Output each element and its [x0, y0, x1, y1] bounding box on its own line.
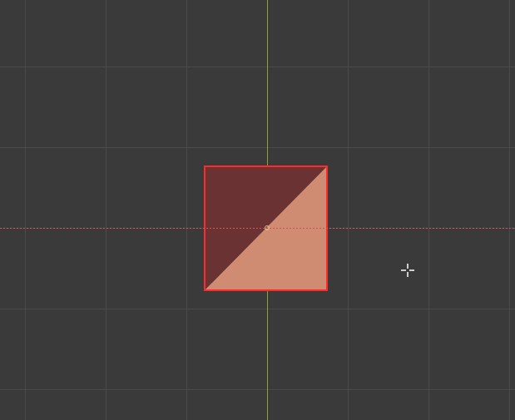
axis-x [0, 228, 515, 229]
grid-line-v [509, 0, 510, 420]
grid-line-h [0, 67, 515, 67]
grid-line-v [428, 0, 429, 420]
grid-line-h [0, 309, 515, 309]
grid-line-v [348, 0, 349, 420]
grid-line-v [25, 0, 26, 420]
grid-line-h [0, 389, 515, 390]
object-origin [265, 225, 270, 230]
grid-line-h [0, 147, 515, 148]
cursor-3d [401, 264, 414, 277]
viewport-3d[interactable] [0, 0, 515, 420]
grid-line-v [186, 0, 187, 420]
grid-line-v [106, 0, 106, 420]
